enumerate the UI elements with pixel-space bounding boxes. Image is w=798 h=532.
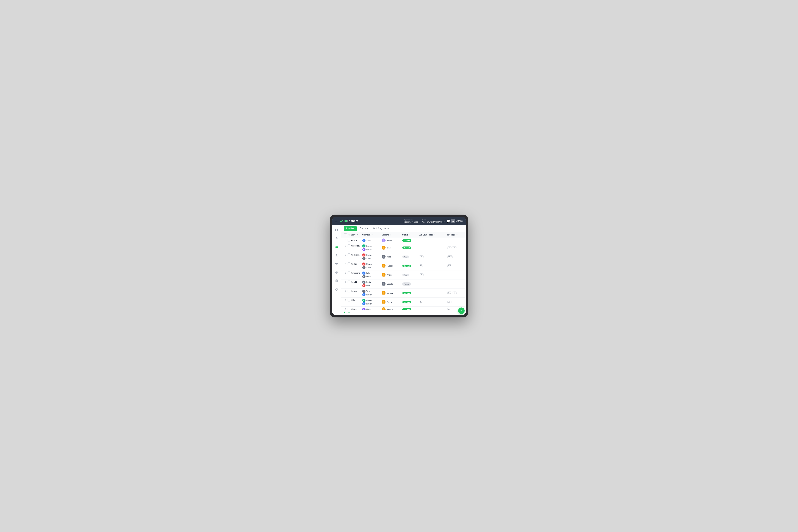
svg-point-8 [337,246,338,247]
guardian-avatar: S [362,239,365,242]
family-name[interactable]: Arroyo [351,290,357,292]
sidebar-item-grid[interactable] [334,227,339,233]
status-cell: Past [401,252,418,261]
status-filter-icon[interactable]: ▼ [409,234,411,236]
organization-value: Magic Adventure [403,221,418,223]
center-value[interactable]: Wagon Wheel Child Care ▼ [421,221,445,223]
row-checkbox[interactable] [347,281,350,283]
family-name[interactable]: Armstrong [351,272,360,274]
student-cell[interactable]: Lawson [381,288,401,298]
table-row[interactable]: 3 Anderson K Kaitlyn A Andy [341,252,466,261]
sub-status-col-header: Sub Status Tags ▼ [418,232,446,238]
student-cell[interactable]: Angie [381,270,401,280]
table-row[interactable]: 1 Aguirre S Sven Henrik [341,238,466,243]
student-cell[interactable]: Jade [381,252,401,261]
sidebar-item-chat[interactable] [334,261,339,267]
guardian-cell: B Berta R Rob [361,280,381,288]
sidebar-item-person-add[interactable] [334,235,339,241]
row-checkbox[interactable] [347,271,350,274]
info-tags-filter-icon[interactable]: ▼ [456,234,458,236]
family-name[interactable]: Atilla [351,299,355,301]
status-cell: Current [401,243,418,252]
row-checkbox[interactable] [347,244,350,247]
family-name[interactable]: Aguirre [351,239,357,241]
student-avatar [382,239,385,242]
hamburger-icon[interactable]: ☰ [335,220,338,223]
student-name: Henrik [386,240,392,242]
row-checkbox[interactable] [347,239,350,242]
guardian-list: K Kaitlyn A Andy [362,253,380,260]
sub-status-tag: To [419,264,423,267]
svg-point-50 [461,310,462,311]
row-number: 3 [343,254,347,256]
chat-fab-button[interactable] [458,307,464,314]
row-checkbox[interactable] [347,308,350,310]
table-row[interactable]: 6 Arnold B Berta R Rob C [341,280,466,288]
row-checkbox[interactable] [347,253,350,256]
status-badge: Past [402,255,409,258]
svg-point-20 [383,240,384,241]
status-cell: Current [401,307,418,310]
family-name[interactable]: Aksentsev [351,245,360,247]
svg-point-35 [383,283,384,284]
table-row[interactable]: 9 Atkins H Hollie Mariah [341,307,466,310]
student-name: Lawson [386,292,393,294]
family-name[interactable]: Arnold [351,281,357,283]
info-tags-cell [446,270,466,280]
student-cell[interactable]: Mariah [381,307,401,310]
table-row[interactable]: 8 Atilla C Corden L Lauren [341,298,466,307]
tab-families[interactable]: Families [344,226,357,231]
sidebar-item-families[interactable] [334,244,339,250]
student-avatar [382,246,385,250]
family-name[interactable]: Atkins [351,308,357,310]
select-all-checkbox[interactable] [344,233,347,236]
family-filter-icon[interactable]: ▼ [357,234,358,236]
guardian-avatar: K [362,253,365,256]
guardian-name: Dylan [366,276,371,278]
csv-export-button[interactable]: ⬇ CSV [344,311,350,314]
row-number-cell: 3 Anderson [341,252,361,261]
student-cell[interactable]: Blake [381,243,401,252]
sidebar-item-settings[interactable] [334,287,339,292]
messages-icon[interactable]: 💬 [446,218,451,224]
guardian-cell: K Kaitlyn A Andy [361,252,381,261]
tab-bulk-registrations[interactable]: Bulk Registrations [371,226,393,231]
svg-rect-11 [335,263,338,264]
guardian-list: C Corden L Lauren [362,299,380,305]
table-row[interactable]: 5 Armstrong L Lois D Dylan [341,270,466,280]
row-checkbox[interactable] [347,290,350,292]
guardian-avatar: L [362,302,365,305]
svg-point-49 [461,310,461,311]
student-cell[interactable]: Aarya [381,298,401,307]
user-menu[interactable]: A Ashley [451,218,463,223]
student-filter-icon[interactable]: ▼ [390,234,391,236]
status-cell: Future [401,280,418,288]
guardian-name: Berta [366,281,371,283]
add-row-icon[interactable]: + [347,233,349,236]
table-row[interactable]: 4 Andrade R Regina A Adam [341,261,466,270]
guardian-filter-icon[interactable]: ▼ [371,234,373,236]
guardian-avatar: C [362,299,365,302]
table-row[interactable]: 2 Aksentsev E Elaina M Marvin [341,243,466,252]
info-tag: All [453,291,457,294]
family-name[interactable]: Andrade [351,263,359,265]
families-table: + Family ▼ Guardian ▼ [341,232,466,310]
student-avatar [382,264,385,268]
student-cell[interactable]: Cecelia [381,280,401,288]
student-cell[interactable]: Russell [381,261,401,270]
family-name[interactable]: Anderson [351,254,359,256]
table-row[interactable]: 7 Arroyo T Troy L Lauren [341,288,466,298]
logo-child: Child [340,220,347,222]
sub-status-filter-icon[interactable]: ▼ [434,234,436,236]
student-cell[interactable]: Henrik [381,238,401,243]
row-checkbox[interactable] [347,299,350,302]
tab-families-sub[interactable]: Families [357,226,370,231]
sub-status-cell: Wit [418,270,446,280]
guardian-name: Corden [366,299,373,301]
student-name: Russell [386,265,393,267]
row-checkbox[interactable] [347,263,350,265]
sidebar-item-people[interactable] [334,252,339,258]
sidebar-item-billing[interactable]: $ [334,269,339,275]
sidebar-item-documents[interactable] [334,278,339,284]
info-tags-cell: ProAll [446,288,466,298]
